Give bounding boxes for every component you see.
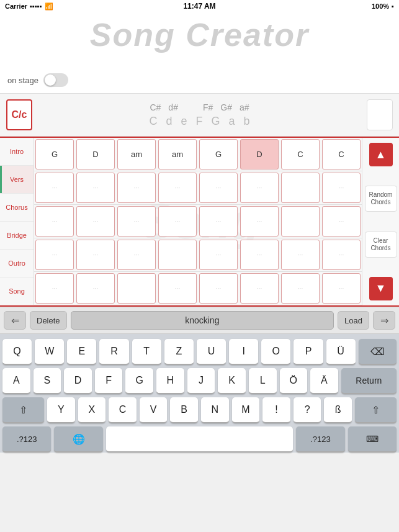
keyboard-icon-key[interactable]: ⌨	[348, 426, 397, 453]
chord-cell[interactable]: ···	[199, 273, 238, 304]
scroll-down-button[interactable]: ▼	[369, 277, 393, 300]
key-l[interactable]: L	[249, 368, 277, 394]
on-stage-toggle[interactable]	[43, 73, 68, 87]
chord-cell[interactable]: ···	[76, 240, 115, 270]
key-b[interactable]: B	[170, 397, 198, 423]
key-j[interactable]: J	[187, 368, 215, 394]
key-o[interactable]: O	[261, 339, 290, 365]
key-v[interactable]: V	[140, 397, 168, 423]
chord-cell[interactable]: G	[199, 139, 238, 169]
key-oe[interactable]: Ö	[280, 368, 308, 394]
key-q[interactable]: Q	[2, 339, 32, 365]
chord-cell[interactable]: am	[117, 139, 156, 169]
key-x[interactable]: X	[78, 397, 106, 423]
chord-cell[interactable]: ···	[322, 206, 361, 237]
key-t[interactable]: T	[132, 339, 161, 365]
cc-key-button[interactable]: C/c	[6, 99, 32, 130]
key-a[interactable]: A	[2, 368, 30, 394]
chord-cell[interactable]: G	[35, 139, 74, 169]
chord-cell[interactable]: ···	[240, 240, 279, 270]
load-button[interactable]: Load	[338, 311, 369, 330]
key-e[interactable]: E	[67, 339, 96, 365]
section-chorus[interactable]: Chorus	[0, 194, 34, 222]
chord-cell[interactable]: C	[322, 139, 361, 169]
chord-cell[interactable]: ···	[117, 173, 156, 203]
chord-cell[interactable]: ···	[76, 206, 115, 237]
scroll-up-button[interactable]: ▲	[369, 143, 393, 166]
key-exclaim[interactable]: !	[262, 397, 290, 423]
chord-cell[interactable]: ···	[199, 206, 238, 237]
chord-cell[interactable]: ···	[281, 240, 320, 270]
section-song[interactable]: Song	[0, 277, 34, 305]
space-key[interactable]	[106, 426, 293, 453]
chord-cell[interactable]	[281, 173, 320, 203]
chord-cell[interactable]: ···	[35, 240, 74, 270]
key-d[interactable]: D	[64, 368, 92, 394]
song-name-input[interactable]	[71, 311, 334, 330]
key-ae[interactable]: Ä	[310, 368, 338, 394]
section-intro[interactable]: Intro	[0, 138, 34, 166]
chord-cell[interactable]	[117, 273, 156, 304]
section-outro[interactable]: Outro	[0, 250, 34, 277]
shift-key-right[interactable]: ⇧	[355, 397, 397, 423]
delete-key[interactable]: ⌫	[359, 339, 397, 365]
chord-cell[interactable]: ···	[117, 240, 156, 270]
chord-cell[interactable]: ···	[281, 273, 320, 304]
sym-key-left[interactable]: .?123	[2, 426, 51, 453]
chord-cell[interactable]: ···	[117, 206, 156, 237]
delete-button[interactable]: Delete	[30, 311, 67, 330]
key-ue[interactable]: Ü	[326, 339, 356, 365]
chord-cell[interactable]: ···	[322, 240, 361, 270]
chord-cell[interactable]: ···	[158, 173, 197, 203]
chord-cell[interactable]: ···	[199, 240, 238, 270]
key-r[interactable]: R	[99, 339, 128, 365]
chord-cell[interactable]: ···	[35, 273, 74, 304]
key-h[interactable]: H	[156, 368, 184, 394]
key-k[interactable]: K	[218, 368, 246, 394]
section-vers[interactable]: Vers	[0, 166, 34, 194]
chord-cell[interactable]: am	[158, 139, 197, 169]
chord-cell[interactable]: ···	[35, 206, 74, 237]
chord-cell[interactable]: ···	[322, 173, 361, 203]
chord-cell[interactable]: ···	[322, 273, 361, 304]
key-w[interactable]: W	[35, 339, 64, 365]
chord-cell[interactable]: ···	[240, 173, 279, 203]
chord-cell[interactable]: ···	[158, 206, 197, 237]
return-key[interactable]: Return	[341, 368, 397, 394]
key-f[interactable]: F	[95, 368, 123, 394]
globe-key[interactable]: 🌐	[54, 426, 102, 453]
section-bridge[interactable]: Bridge	[0, 222, 34, 250]
key-question[interactable]: ?	[294, 397, 321, 423]
key-m[interactable]: M	[232, 397, 260, 423]
chord-cell[interactable]: D	[240, 139, 279, 169]
chord-cell[interactable]: ···	[35, 173, 74, 203]
random-chords-button[interactable]: Random Chords	[365, 186, 397, 212]
chord-cell[interactable]: ···	[158, 273, 197, 304]
chord-cell[interactable]: ···	[76, 273, 115, 304]
key-selected-box[interactable]	[367, 99, 393, 130]
chord-cell[interactable]: C	[281, 139, 320, 169]
left-arrow-button[interactable]: ⇐	[4, 311, 26, 330]
chord-cell[interactable]	[158, 240, 197, 270]
key-ss[interactable]: ß	[324, 397, 352, 423]
key-c[interactable]: C	[109, 397, 137, 423]
clear-chords-button[interactable]: Clear Chords	[365, 232, 397, 258]
chord-cell[interactable]: ···	[76, 173, 115, 203]
key-i[interactable]: I	[229, 339, 258, 365]
key-z[interactable]: Z	[164, 339, 194, 365]
chord-cell[interactable]: ···	[240, 206, 279, 237]
chord-cell[interactable]: ···	[240, 273, 279, 304]
shift-key[interactable]: ⇧	[2, 397, 44, 423]
key-s[interactable]: S	[34, 368, 61, 394]
key-p[interactable]: P	[294, 339, 323, 365]
chord-cell[interactable]: ···	[199, 173, 238, 203]
sym-key-right[interactable]: .?123	[296, 426, 344, 453]
right-arrow-button[interactable]: ⇒	[373, 311, 395, 330]
key-g[interactable]: G	[125, 368, 153, 394]
key-u[interactable]: U	[197, 339, 226, 365]
key-y[interactable]: Y	[47, 397, 75, 423]
chord-cell[interactable]: D	[76, 139, 115, 169]
chord-row-chorus: ··· ··· ··· ··· ··· ··· ···	[34, 205, 362, 238]
key-n[interactable]: N	[201, 397, 229, 423]
chord-cell[interactable]	[281, 206, 320, 237]
